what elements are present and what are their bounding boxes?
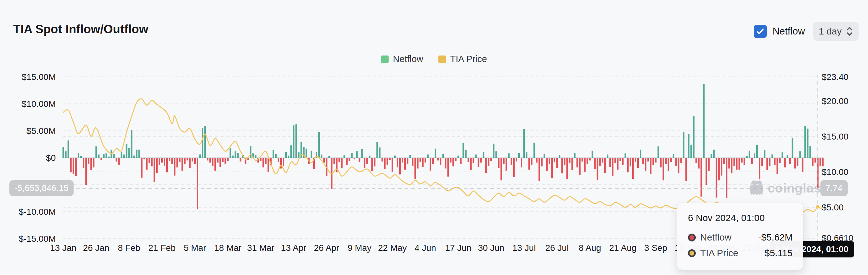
checkmark-icon	[756, 27, 764, 35]
coinglass-watermark-text: coinglass	[768, 181, 829, 195]
svg-text:$5.00: $5.00	[822, 202, 844, 212]
svg-text:22 May: 22 May	[378, 243, 407, 253]
svg-text:8 Feb: 8 Feb	[118, 243, 140, 253]
svg-text:5 Mar: 5 Mar	[184, 243, 206, 253]
tooltip-netflow-value: -$5.62M	[758, 232, 793, 243]
svg-text:$-10.00M: $-10.00M	[19, 207, 56, 217]
interval-selector[interactable]: 1 day	[813, 22, 859, 41]
svg-text:$-15.00M: $-15.00M	[19, 234, 56, 244]
svg-text:13 Jul: 13 Jul	[512, 243, 536, 253]
tooltip-netflow-label: Netflow	[700, 232, 732, 243]
svg-text:17 Jun: 17 Jun	[445, 243, 471, 253]
tia-price-swatch	[438, 55, 446, 63]
crosshair-left-axis-badge: -5,653,846.15	[9, 180, 73, 196]
svg-text:8 Aug: 8 Aug	[579, 243, 601, 253]
svg-text:21 Feb: 21 Feb	[148, 243, 176, 253]
svg-text:$5.00M: $5.00M	[27, 126, 56, 136]
crosshair-right-axis-badge: 7.74	[820, 180, 848, 196]
svg-text:9 May: 9 May	[348, 243, 371, 253]
header-controls: Netflow 1 day	[754, 22, 859, 41]
svg-text:26 Jan: 26 Jan	[83, 243, 109, 253]
svg-text:31 Mar: 31 Mar	[247, 243, 274, 253]
legend-label-netflow: Netflow	[393, 54, 423, 64]
svg-text:18 Mar: 18 Mar	[214, 243, 241, 253]
svg-text:$15.00: $15.00	[822, 132, 848, 141]
svg-text:$0: $0	[46, 153, 56, 163]
svg-text:$10.00: $10.00	[822, 167, 848, 177]
legend-item-tia-price[interactable]: TIA Price	[438, 54, 487, 64]
svg-text:$23.40: $23.40	[822, 72, 848, 82]
svg-text:$15.00M: $15.00M	[22, 72, 56, 82]
svg-text:30 Jun: 30 Jun	[478, 243, 504, 253]
svg-text:$20.00: $20.00	[822, 96, 848, 106]
netflow-toggle[interactable]: Netflow	[754, 25, 805, 38]
svg-text:4 Jun: 4 Jun	[414, 243, 436, 253]
svg-text:3 Sep: 3 Sep	[644, 243, 667, 253]
svg-text:21 Aug: 21 Aug	[609, 243, 636, 253]
netflow-checkbox[interactable]	[754, 25, 767, 38]
svg-text:26 Jul: 26 Jul	[545, 243, 569, 253]
tooltip-date: 6 Nov 2024, 01:00	[688, 213, 793, 223]
legend-label-tia-price: TIA Price	[450, 54, 487, 64]
svg-text:13 Jan: 13 Jan	[50, 243, 76, 253]
svg-text:$10.00M: $10.00M	[22, 99, 56, 109]
tia-price-dot-icon	[688, 249, 696, 257]
tooltip-tia-price-label: TIA Price	[700, 248, 738, 258]
coinglass-ghost-icon	[748, 180, 765, 197]
svg-text:13 Apr: 13 Apr	[281, 243, 306, 253]
tooltip-row-tia-price: TIA Price $5.115	[688, 248, 793, 258]
coinglass-watermark: coinglass	[748, 180, 829, 197]
tooltip-row-netflow: Netflow -$5.62M	[688, 232, 793, 243]
svg-text:26 Apr: 26 Apr	[314, 243, 339, 253]
netflow-swatch	[381, 55, 389, 63]
spinner-chevrons-icon[interactable]	[846, 26, 853, 36]
legend-item-netflow[interactable]: Netflow	[381, 54, 423, 64]
page-title: TIA Spot Inflow/Outflow	[13, 23, 148, 36]
tia-spot-inflow-outflow-page: TIA Spot Inflow/Outflow Netflow 1 day Ne…	[0, 0, 868, 275]
tooltip-tia-price-value: $5.115	[764, 248, 793, 258]
netflow-dot-icon	[688, 233, 696, 242]
interval-selector-value: 1 day	[819, 26, 842, 37]
chart-legend: Netflow TIA Price	[0, 54, 868, 64]
chart-tooltip: 6 Nov 2024, 01:00 Netflow -$5.62M TIA Pr…	[677, 203, 803, 270]
netflow-checkbox-label: Netflow	[773, 26, 805, 37]
